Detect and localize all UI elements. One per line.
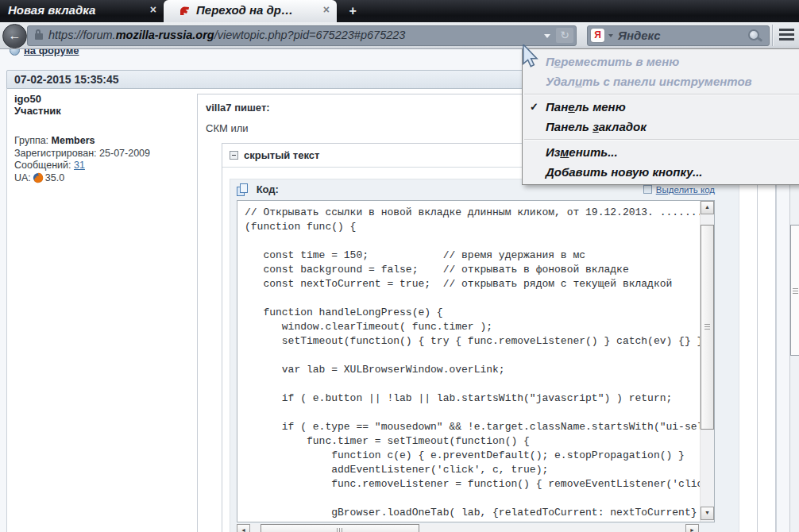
- code-icon: [237, 183, 249, 195]
- horizontal-scrollbar-thumb[interactable]: [261, 524, 419, 532]
- navigation-toolbar: ← https://forum.mozilla-russia.org/viewt…: [0, 22, 799, 49]
- hamburger-icon: [779, 29, 794, 31]
- menu-button[interactable]: [778, 28, 796, 44]
- group-value: Members: [52, 135, 95, 146]
- vertical-scrollbar-thumb[interactable]: [701, 225, 714, 430]
- tab-bar: Новая вкладка × Переход на др… × +: [0, 0, 799, 22]
- new-tab-button[interactable]: +: [344, 3, 361, 18]
- user-info-column: igo50 Участник Группа: Members Зарегистр…: [14, 93, 194, 184]
- registered-label: Зарегистрирован:: [14, 148, 97, 159]
- select-code-link[interactable]: Выделить код: [656, 185, 715, 195]
- menu-item-label: Панель закладок: [546, 120, 647, 133]
- close-tab-icon[interactable]: ×: [323, 3, 330, 16]
- url-domain: mozilla-russia.org: [116, 29, 214, 41]
- page-scrollbar-thumb[interactable]: [790, 225, 799, 356]
- posts-count-link[interactable]: 31: [74, 160, 85, 171]
- code-vertical-scrollbar[interactable]: ▲ ▼: [700, 201, 714, 522]
- user-registered: Зарегистрирован: 25-07-2009: [14, 148, 194, 160]
- posts-label: Сообщений:: [14, 160, 71, 171]
- menu-item: Удалить с панели инструментов: [523, 71, 799, 91]
- globe-icon: [10, 49, 20, 56]
- tab-active-forum[interactable]: Переход на др… ×: [164, 0, 337, 22]
- menu-item-label: Добавить новую кнопку...: [546, 165, 703, 179]
- spoiler-content: Код: Выделить код // Открывать ссылки в …: [222, 168, 757, 532]
- browser-window: Новая вкладка × Переход на др… × + ← htt…: [0, 0, 799, 532]
- menu-item-label: Удалить с панели инструментов: [546, 75, 752, 88]
- close-tab-icon[interactable]: ×: [150, 3, 156, 16]
- spoiler-title: скрытый текст: [244, 149, 319, 161]
- menu-item-label: Переместить в меню: [546, 55, 679, 68]
- spoiler-box: скрытый текст Код: Выделить код: [222, 143, 758, 532]
- urlbar-dropdown-icon[interactable]: [544, 34, 550, 38]
- code-area: // Открывать ссылки в новой вкладке длин…: [237, 200, 715, 522]
- user-group: Группа: Members: [14, 135, 194, 148]
- menu-item[interactable]: Изменить...: [523, 142, 799, 162]
- toolbar-context-menu: Переместить в менюУдалить с панели инстр…: [522, 48, 799, 185]
- url-path: /viewtopic.php?pid=675223#p675223: [214, 29, 406, 41]
- code-text[interactable]: // Открывать ссылки в новой вкладке длин…: [237, 201, 714, 522]
- back-arrow-icon: ←: [3, 25, 26, 47]
- ua-version: 35.0: [45, 172, 64, 183]
- firefox-icon: [33, 172, 44, 183]
- user-posts: Сообщений: 31: [14, 160, 194, 172]
- mouse-cursor: [523, 44, 540, 70]
- menu-item-label: Изменить...: [546, 145, 618, 159]
- registered-value: 25-07-2009: [99, 148, 150, 159]
- scroll-left-icon[interactable]: ◄: [237, 524, 250, 532]
- user-rank: Участник: [14, 105, 194, 117]
- group-label: Группа:: [14, 135, 48, 146]
- search-placeholder: Яндекс: [618, 26, 661, 44]
- code-label: Код:: [257, 183, 279, 195]
- menu-separator: [524, 139, 799, 140]
- collapse-icon[interactable]: [230, 151, 238, 160]
- url-text: https://forum.mozilla-russia.org/viewtop…: [48, 26, 405, 44]
- scroll-up-icon[interactable]: ▲: [701, 201, 714, 214]
- tab-new-tab[interactable]: Новая вкладка ×: [0, 0, 164, 22]
- select-code-icon: [643, 185, 652, 194]
- menu-separator: [524, 94, 799, 94]
- forum-breadcrumb-link[interactable]: на форуме: [10, 49, 79, 58]
- reload-button[interactable]: ↻: [556, 28, 573, 43]
- code-box: Код: Выделить код // Открывать ссылки в …: [230, 179, 739, 532]
- search-engine-icon[interactable]: Я: [591, 29, 604, 42]
- url-bar[interactable]: https://forum.mozilla-russia.org/viewtop…: [27, 25, 577, 46]
- menu-item[interactable]: ✓Панель меню: [523, 97, 799, 117]
- engine-dropdown-icon[interactable]: [608, 34, 613, 37]
- lock-icon: [35, 33, 43, 40]
- search-icon[interactable]: [748, 29, 759, 40]
- url-prefix: https://forum.: [48, 29, 116, 41]
- forum-link-label: на форуме: [24, 49, 79, 56]
- checkmark-icon: ✓: [530, 99, 538, 115]
- menu-item-label: Панель меню: [546, 100, 626, 114]
- menu-item[interactable]: Добавить новую кнопку...: [523, 162, 799, 182]
- menu-item: Переместить в меню: [523, 52, 799, 71]
- user-details: Группа: Members Зарегистрирован: 25-07-2…: [14, 135, 194, 184]
- username[interactable]: igo50: [14, 93, 194, 105]
- user-agent: UA:35.0: [14, 172, 194, 185]
- menu-item[interactable]: Панель закладок: [523, 117, 799, 137]
- site-favicon-icon: [179, 6, 190, 17]
- scroll-right-icon[interactable]: ►: [685, 524, 699, 532]
- search-bar[interactable]: Я Яндекс: [587, 25, 770, 46]
- tab-title: Новая вкладка: [8, 3, 95, 17]
- scroll-down-icon[interactable]: ▼: [701, 507, 714, 520]
- code-horizontal-scrollbar[interactable]: ◄ ►: [237, 524, 699, 532]
- tab-title: Переход на др…: [196, 3, 293, 17]
- back-button[interactable]: ←: [2, 24, 27, 48]
- toolbar-separator: [772, 25, 773, 46]
- ua-label: UA:: [14, 172, 31, 183]
